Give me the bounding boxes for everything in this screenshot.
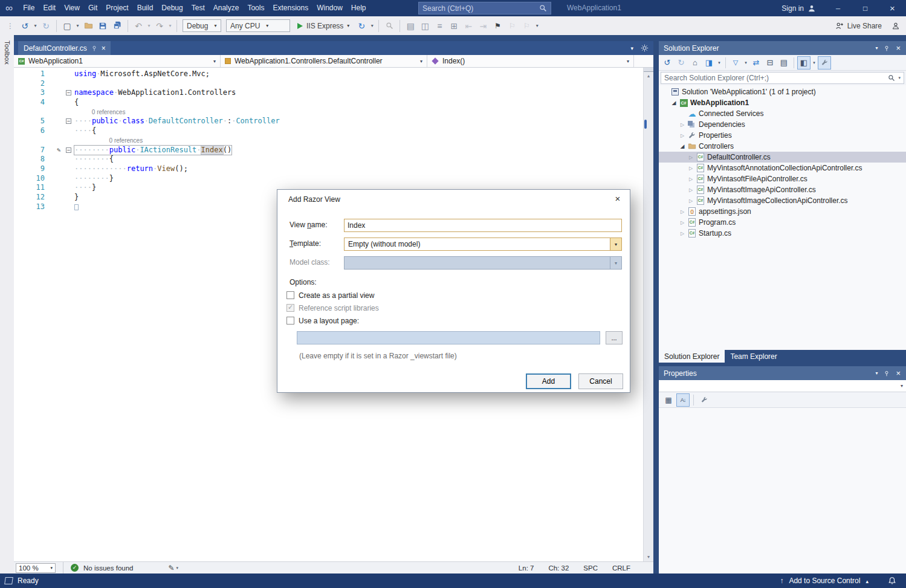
menu-git[interactable]: Git [84, 0, 102, 16]
quick-search-box[interactable]: Search (Ctrl+Q) [418, 2, 551, 15]
sign-in-button[interactable]: Sign in [773, 4, 824, 13]
save-icon[interactable] [96, 19, 109, 33]
code-text[interactable]: ········} [74, 174, 114, 184]
fold-minus-icon[interactable]: − [66, 147, 71, 153]
code-text[interactable] [74, 202, 79, 212]
code-text[interactable]: using·Microsoft.AspNetCore.Mvc; [74, 69, 210, 79]
expand-arrow-icon[interactable]: ▷ [678, 209, 687, 215]
gear-icon[interactable] [641, 44, 649, 52]
chevron-down-icon[interactable] [369, 23, 375, 28]
browse-button[interactable]: ... [606, 331, 623, 344]
tree-item-myvintasoftimagecollectionapicontroller-[interactable]: ▷C#MyVintasoftImageCollectionApiControll… [659, 195, 906, 206]
file-outline-icon[interactable] [404, 19, 417, 33]
properties-header[interactable]: Properties [659, 366, 906, 380]
space-indicator[interactable]: SPC [583, 564, 598, 572]
view-name-input[interactable] [344, 219, 622, 232]
chevron-down-icon[interactable] [33, 23, 38, 28]
code-text[interactable]: ····{ [74, 126, 96, 136]
back-icon[interactable] [661, 57, 673, 69]
toolbox-tab[interactable]: Toolbox [0, 35, 14, 573]
expand-arrow-icon[interactable]: ▷ [687, 198, 695, 204]
pin-icon[interactable] [884, 45, 890, 51]
code-text[interactable]: ········public·IActionResult·Index() [74, 146, 231, 155]
expand-arrow-icon[interactable]: ▷ [687, 176, 695, 182]
add-button[interactable]: Add [526, 373, 571, 389]
redo-icon[interactable] [153, 19, 166, 33]
alphabetical-icon[interactable] [677, 394, 689, 406]
expand-arrow-icon[interactable]: ▷ [687, 166, 695, 171]
codelens-references[interactable]: 0 references [74, 136, 143, 146]
show-all-files-icon[interactable] [778, 57, 790, 69]
zoom-dropdown[interactable]: 100 % [16, 563, 56, 573]
solution-explorer-search[interactable]: Search Solution Explorer (Ctrl+;) [659, 71, 906, 85]
expand-arrow-icon[interactable]: ▷ [687, 187, 695, 193]
find-icon[interactable] [383, 19, 396, 33]
menu-edit[interactable]: Edit [39, 0, 60, 16]
tab-list-chevron-icon[interactable] [630, 45, 633, 51]
tree-item-program-cs[interactable]: ▷C#Program.cs [659, 217, 906, 228]
properties-window-icon[interactable] [818, 57, 830, 69]
wrench-icon[interactable] [698, 394, 710, 406]
background-tasks-icon[interactable] [4, 577, 13, 584]
menu-view[interactable]: View [60, 0, 84, 16]
codelens-references[interactable]: 0 references [74, 108, 125, 117]
editor-tab-defaultcontroller[interactable]: DefaultController.cs [18, 41, 111, 55]
panel-menu-icon[interactable] [875, 45, 878, 51]
chevron-down-icon[interactable] [610, 238, 621, 250]
menu-build[interactable]: Build [133, 0, 158, 16]
tree-item-controllers[interactable]: ◢Controllers [659, 141, 906, 152]
cancel-button[interactable]: Cancel [578, 373, 623, 389]
breadcrumb-project[interactable]: WebApplication1 [14, 55, 221, 67]
close-button[interactable] [879, 0, 906, 17]
collapse-arrow-icon[interactable]: ◢ [670, 100, 678, 106]
tree-item-webapplication1[interactable]: ◢C#WebApplication1 [659, 97, 906, 108]
align-icon[interactable] [433, 19, 446, 33]
tree-item-myvintasoftannotationcollectionapicontro[interactable]: ▷C#MyVintasoftAnnotationCollectionApiCon… [659, 163, 906, 173]
bookmark-prev-icon[interactable] [505, 19, 519, 33]
expand-arrow-icon[interactable]: ▷ [678, 122, 687, 128]
code-text[interactable]: { [74, 98, 79, 108]
layout-page-checkbox-row[interactable]: Use a layout page: [286, 316, 359, 325]
partial-view-checkbox-row[interactable]: Create as a partial view [286, 291, 374, 300]
close-icon[interactable] [896, 369, 901, 378]
menu-analyze[interactable]: Analyze [209, 0, 244, 16]
code-text[interactable]: ····public·class·DefaultController·:·Con… [74, 117, 280, 126]
track-changes-dropdown[interactable] [168, 564, 178, 572]
categorized-icon[interactable] [662, 394, 675, 406]
feedback-icon[interactable] [889, 19, 902, 33]
chevron-down-icon[interactable] [534, 23, 540, 28]
expand-arrow-icon[interactable]: ▷ [678, 220, 687, 225]
panel-menu-icon[interactable] [875, 370, 878, 376]
maximize-button[interactable] [852, 0, 879, 17]
code-text[interactable]: } [74, 193, 79, 202]
tab-team-explorer[interactable]: Team Explorer [725, 350, 782, 363]
fold-minus-icon[interactable]: − [66, 90, 71, 95]
tree-item-properties[interactable]: ▷Properties [659, 130, 906, 141]
screenshot-icon[interactable] [418, 19, 432, 33]
window-layout-icon[interactable] [447, 19, 461, 33]
menu-help[interactable]: Help [347, 0, 370, 16]
tree-item-myvintasoftfileapicontroller-cs[interactable]: ▷C#MyVintasoftFileApiController.cs [659, 173, 906, 184]
forward-icon[interactable] [675, 57, 687, 69]
bookmark-icon[interactable] [491, 19, 504, 33]
line-indicator[interactable]: Ln: 7 [519, 564, 534, 572]
menu-file[interactable]: File [19, 0, 39, 16]
menu-project[interactable]: Project [102, 0, 132, 16]
pending-changes-filter-icon[interactable] [730, 57, 742, 69]
issues-status[interactable]: No issues found [83, 564, 133, 572]
solution-explorer-header[interactable]: Solution Explorer [659, 41, 906, 55]
tab-solution-explorer[interactable]: Solution Explorer [659, 350, 725, 363]
home-icon[interactable] [689, 57, 701, 69]
chevron-down-icon[interactable] [898, 76, 901, 80]
undo-icon[interactable] [132, 19, 145, 33]
tree-item-myvintasoftimageapicontroller-cs[interactable]: ▷C#MyVintasoftImageApiController.cs [659, 184, 906, 195]
pin-icon[interactable] [91, 45, 97, 51]
scroll-down-icon[interactable] [644, 553, 653, 561]
live-share-button[interactable]: Live Share [829, 22, 888, 30]
bell-icon[interactable] [888, 577, 896, 585]
code-text[interactable]: ············return·View(); [74, 164, 188, 174]
checkbox-unchecked[interactable] [286, 317, 294, 325]
menu-window[interactable]: Window [312, 0, 347, 16]
bookmark-next-icon[interactable] [520, 19, 533, 33]
breadcrumb-member[interactable]: Index() [427, 55, 634, 67]
